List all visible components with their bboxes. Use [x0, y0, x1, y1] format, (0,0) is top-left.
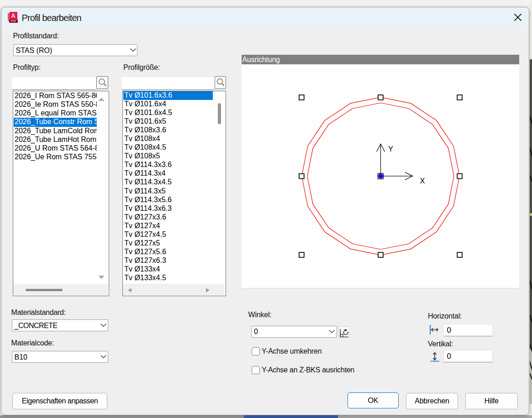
svg-text:X: X: [420, 177, 425, 185]
svg-text:Y: Y: [388, 145, 393, 153]
